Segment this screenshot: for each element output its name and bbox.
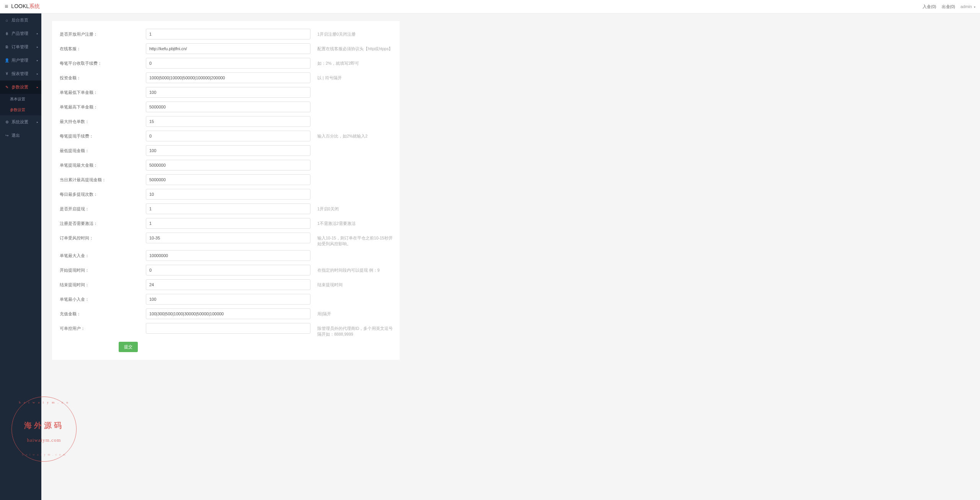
form-label: 可单控用户：	[58, 323, 146, 331]
submit-button[interactable]: 提交	[119, 342, 138, 352]
sidebar-item[interactable]: ↪退出	[0, 129, 41, 142]
nav-label: 退出	[11, 133, 20, 138]
chevron-right-icon: ▸	[37, 32, 38, 35]
form-input[interactable]	[146, 308, 310, 319]
form-row: 开始提现时间：在指定的时间段内可以提现 例：9	[58, 265, 394, 275]
form-label: 开始提现时间：	[58, 265, 146, 273]
form-label: 最大持仓单数：	[58, 116, 146, 125]
deposit-link[interactable]: 入金(0)	[923, 4, 936, 10]
form-input[interactable]	[146, 265, 310, 275]
user-name: admin	[960, 4, 972, 9]
form-input[interactable]	[146, 58, 310, 69]
sidebar-item[interactable]: ฿产品管理▸	[0, 27, 41, 40]
nav-label: 用户管理	[11, 57, 28, 63]
form-input[interactable]	[146, 72, 310, 83]
sidebar-item[interactable]: 🗎订单管理▸	[0, 40, 41, 54]
form-help: 输入10-15，则订单在平仓之前10-15秒开始受到风控影响。	[317, 233, 394, 246]
form-help: 在指定的时间段内可以提现 例：9	[317, 265, 394, 273]
form-row: 投资金额：以 | 符号隔开	[58, 72, 394, 83]
form-row: 单笔最低下单金额：	[58, 87, 394, 98]
form-row: 最大持仓单数：	[58, 116, 394, 127]
chevron-right-icon: ▸	[37, 46, 38, 49]
form-input[interactable]	[146, 145, 310, 156]
chevron-right-icon: ▸	[37, 59, 38, 62]
form-label: 每笔平台收取手续费：	[58, 58, 146, 66]
form-label: 注册是否需要激活：	[58, 218, 146, 226]
withdraw-link[interactable]: 出金(0)	[942, 4, 955, 10]
nav-label: 后台首页	[11, 17, 28, 23]
form-input[interactable]	[146, 116, 310, 127]
form-input[interactable]	[146, 233, 310, 243]
form-input[interactable]	[146, 87, 310, 98]
form-label: 订单受风控时间：	[58, 233, 146, 241]
nav-label: 产品管理	[11, 31, 28, 36]
main-content: 是否开放用户注册：1开启注册0关闭注册在线客服：配置在线客服必须协议头【http…	[41, 13, 980, 500]
form-input[interactable]	[146, 43, 310, 54]
form-input[interactable]	[146, 29, 310, 39]
logo-red: 系统	[29, 3, 40, 9]
topbar-right: 入金(0) 出金(0) admin ▾	[923, 4, 975, 10]
form-label: 单笔最高下单金额：	[58, 102, 146, 110]
form-input[interactable]	[146, 323, 310, 334]
form-label: 充值金额：	[58, 308, 146, 317]
form-input[interactable]	[146, 279, 310, 290]
form-input[interactable]	[146, 160, 310, 170]
form-row: 订单受风控时间：输入10-15，则订单在平仓之前10-15秒开始受到风控影响。	[58, 233, 394, 246]
nav-icon: ⚙	[5, 120, 9, 124]
form-label: 单笔最大入金：	[58, 250, 146, 259]
form-row: 单笔最大入金：	[58, 250, 394, 261]
form-label: 单笔提现最大金额：	[58, 160, 146, 168]
form-label: 单笔最小入金：	[58, 294, 146, 302]
nav-label: 参数设置	[11, 84, 28, 90]
form-label: 是否开放用户注册：	[58, 29, 146, 37]
settings-card: 是否开放用户注册：1开启注册0关闭注册在线客服：配置在线客服必须协议头【http…	[52, 21, 400, 360]
logo[interactable]: LOOKL系统	[11, 3, 40, 10]
form-input[interactable]	[146, 250, 310, 261]
form-row: 每笔提现手续费：输入百分比，如2%就输入2	[58, 131, 394, 141]
form-input[interactable]	[146, 174, 310, 185]
form-help: 配置在线客服必须协议头【http或htpps】	[317, 43, 394, 52]
form-label: 单笔最低下单金额：	[58, 87, 146, 95]
form-help: 1开启0关闭	[317, 203, 394, 212]
form-help: 以 | 符号隔开	[317, 72, 394, 81]
form-help	[317, 174, 394, 177]
form-help: 用|隔开	[317, 308, 394, 317]
form-label: 在线客服：	[58, 43, 146, 52]
form-input[interactable]	[146, 102, 310, 112]
form-help	[317, 250, 394, 253]
form-help	[317, 145, 394, 148]
form-input[interactable]	[146, 218, 310, 229]
sidebar-sub-item[interactable]: 参数设置	[0, 105, 41, 115]
sidebar-item[interactable]: 👤用户管理▸	[0, 54, 41, 67]
nav-label: 系统设置	[11, 119, 28, 125]
form-label: 投资金额：	[58, 72, 146, 81]
nav-label: 报表管理	[11, 71, 28, 77]
user-menu[interactable]: admin ▾	[960, 4, 975, 9]
chevron-down-icon: ▾	[974, 5, 975, 9]
form-input[interactable]	[146, 294, 310, 305]
logo-dark: LOOKL	[11, 3, 29, 9]
sidebar-item[interactable]: ⌂后台首页	[0, 13, 41, 27]
form-input[interactable]	[146, 203, 310, 214]
form-row: 当日累计最高提现金额：	[58, 174, 394, 185]
form-row: 是否开启提现：1开启0关闭	[58, 203, 394, 214]
sidebar-item[interactable]: ⚙系统设置▸	[0, 115, 41, 129]
topbar: ≡ LOOKL系统 入金(0) 出金(0) admin ▾	[0, 0, 980, 13]
sidebar-sub-item[interactable]: 基本设置	[0, 94, 41, 105]
form-input[interactable]	[146, 189, 310, 200]
form-help	[317, 160, 394, 162]
sidebar-item[interactable]: ✎参数设置▸	[0, 80, 41, 94]
nav-icon: ฿	[5, 31, 9, 36]
form-input[interactable]	[146, 131, 310, 141]
form-label: 结束提现时间：	[58, 279, 146, 288]
chevron-right-icon: ▸	[37, 121, 38, 124]
sidebar-item[interactable]: ¥报表管理▸	[0, 67, 41, 80]
form-row: 单笔提现最大金额：	[58, 160, 394, 170]
form-help: 输入百分比，如2%就输入2	[317, 131, 394, 139]
chevron-right-icon: ▸	[37, 72, 38, 75]
form-label: 最低提现金额：	[58, 145, 146, 154]
form-row: 单笔最高下单金额：	[58, 102, 394, 112]
form-help	[317, 87, 394, 90]
menu-toggle-icon[interactable]: ≡	[5, 3, 8, 10]
form-help	[317, 294, 394, 297]
